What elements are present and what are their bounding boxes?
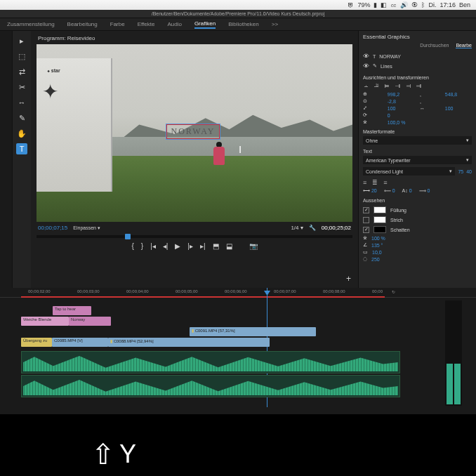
- go-to-in-icon[interactable]: |◂: [150, 242, 156, 250]
- audio-track-1[interactable]: [21, 351, 400, 373]
- shadow-checkbox[interactable]: [363, 227, 369, 233]
- essential-graphics-panel: Essential Graphics Durchsuchen Bearbe 👁 …: [358, 31, 476, 288]
- text-layer-icon: T: [373, 54, 376, 59]
- add-button-icon[interactable]: +: [346, 274, 351, 284]
- star-icon: ✦: [42, 80, 58, 103]
- leading-input[interactable]: 0: [392, 188, 395, 193]
- type-tool-icon[interactable]: T: [16, 143, 27, 154]
- clip-c0085[interactable]: C0085.MP4 [V]: [52, 338, 108, 347]
- shadow-color-swatch[interactable]: [373, 226, 386, 233]
- stroke-color-swatch[interactable]: [373, 216, 386, 223]
- current-timecode[interactable]: 00;00;07;15: [38, 225, 67, 231]
- tab-effekte[interactable]: Effekte: [138, 21, 155, 27]
- align-bottom-icon[interactable]: ⫥: [416, 82, 422, 89]
- fill-checkbox[interactable]: [363, 207, 369, 213]
- clip-weiche-blende[interactable]: Weiche Blende: [21, 317, 69, 326]
- opacity-value[interactable]: 100,0 %: [388, 120, 472, 125]
- scale-value[interactable]: 100: [388, 106, 414, 111]
- clip-norway[interactable]: Norway: [69, 317, 111, 326]
- anchor-x[interactable]: -2,8: [388, 99, 414, 104]
- shadow-distance[interactable]: 10,0: [372, 250, 382, 255]
- monitor-scrubber[interactable]: [37, 235, 352, 238]
- razor-tool-icon[interactable]: ✂: [16, 81, 27, 93]
- ruler-tick: 00;00;04;00: [126, 289, 149, 293]
- shadow-blur[interactable]: 250: [371, 257, 380, 262]
- opacity-icon: ※: [363, 119, 382, 125]
- tab-zusammenstellung[interactable]: Zusammenstellung: [7, 21, 55, 27]
- clip-tap-to-hear[interactable]: Tap to hear: [53, 306, 91, 315]
- align-transform-header: Ausrichten und transformieren: [363, 75, 472, 80]
- extract-icon[interactable]: ⬓: [226, 242, 232, 250]
- distance-icon: ▭: [363, 249, 368, 255]
- tracking-value[interactable]: 40: [466, 169, 472, 174]
- export-frame-icon[interactable]: 📷: [249, 242, 258, 250]
- title-text-overlay[interactable]: NORWAY: [166, 124, 220, 139]
- tab-audio[interactable]: Audio: [167, 21, 181, 27]
- transport-controls: { } |◂ ◂| ▶ |▸ ▸| ⬒ ⬓ 📷: [37, 239, 352, 253]
- wrench-icon[interactable]: 🔧: [309, 225, 316, 231]
- selection-tool-icon[interactable]: ▸: [16, 35, 27, 46]
- scene-van: ⬥ star ✦: [37, 58, 112, 192]
- align-text-center-icon[interactable]: ≣: [372, 179, 378, 186]
- tab-edit[interactable]: Bearbe: [456, 43, 472, 48]
- go-to-out-icon[interactable]: ▸|: [200, 242, 206, 250]
- anchor-icon: ⊙: [363, 98, 382, 104]
- align-text-left-icon[interactable]: ≡: [363, 179, 366, 186]
- align-right-icon[interactable]: ⫢: [384, 82, 390, 89]
- mark-out-icon[interactable]: }: [141, 242, 143, 250]
- rotation-icon: ⟳: [363, 112, 382, 118]
- tab-grafiken[interactable]: Grafiken: [194, 20, 216, 29]
- sequence-duration: 00;00;25;02: [322, 225, 351, 231]
- step-back-icon[interactable]: ◂|: [163, 242, 168, 250]
- scrubber-playhead[interactable]: [125, 234, 131, 239]
- loop-icon[interactable]: ↻: [392, 289, 395, 294]
- clip-c0088[interactable]: ▮ C0088.MP4 [52,94%]: [108, 338, 270, 347]
- tab-bearbeitung[interactable]: Bearbeitung: [67, 21, 98, 27]
- layer-row-lines[interactable]: 👁 ✎ Lines: [363, 61, 472, 71]
- resolution-dropdown[interactable]: 1/4 ▾: [291, 225, 303, 231]
- align-top-icon[interactable]: ⫣: [395, 82, 401, 89]
- shadow-angle[interactable]: 135 °: [371, 243, 383, 248]
- tab-overflow[interactable]: >>: [272, 21, 278, 27]
- baseline-input[interactable]: 0: [409, 188, 412, 193]
- timeline-panel: 00;00;02;00 00;00;03;00 00;00;04;00 00;0…: [0, 288, 476, 414]
- rotation-value[interactable]: 0: [388, 113, 414, 118]
- mark-in-icon[interactable]: {: [131, 242, 133, 250]
- step-forward-icon[interactable]: |▸: [187, 242, 193, 250]
- zoom-fit-dropdown[interactable]: Einpassen ▾: [73, 225, 100, 231]
- align-text-right-icon[interactable]: ≡: [383, 179, 387, 186]
- user-name: Ben: [459, 1, 470, 8]
- pen-tool-icon[interactable]: ✎: [16, 112, 27, 124]
- hand-tool-icon[interactable]: ✋: [16, 128, 27, 139]
- visibility-icon[interactable]: 👁: [363, 53, 369, 60]
- ripple-tool-icon[interactable]: ⇄: [16, 66, 27, 77]
- tab-bibliotheken[interactable]: Bibliotheken: [228, 21, 259, 27]
- align-center-h-icon[interactable]: ⫡: [373, 82, 380, 89]
- position-y[interactable]: 548,8: [445, 92, 472, 97]
- program-monitor[interactable]: ⬥ star ✦ NORWAY Ⅰ: [37, 44, 352, 222]
- play-icon[interactable]: ▶: [175, 242, 180, 250]
- tab-farbe[interactable]: Farbe: [110, 21, 125, 27]
- slip-tool-icon[interactable]: ↔: [16, 97, 27, 108]
- scale-h-value[interactable]: 100: [445, 106, 472, 111]
- audio-track-2[interactable]: [21, 375, 400, 397]
- layer-row-norway[interactable]: 👁 T NORWAY: [363, 51, 472, 61]
- shadow-opacity[interactable]: 100 %: [371, 236, 385, 241]
- track-select-tool-icon[interactable]: ⬚: [16, 51, 27, 62]
- position-x[interactable]: 998,2: [388, 92, 414, 97]
- font-size[interactable]: 75: [458, 169, 463, 174]
- ruler-tick: 00;00;08;00: [323, 289, 345, 293]
- stroke-checkbox[interactable]: [363, 217, 369, 223]
- fill-color-swatch[interactable]: [373, 206, 386, 213]
- font-weight-select[interactable]: Condensed Light▾: [363, 167, 455, 176]
- master-style-select[interactable]: Ohne▾: [363, 136, 472, 145]
- visibility-icon[interactable]: 👁: [363, 62, 369, 70]
- align-left-icon[interactable]: ⫠: [363, 82, 369, 89]
- align-center-v-icon[interactable]: ⫤: [405, 82, 411, 89]
- font-family-select[interactable]: American Typewriter▾: [363, 156, 472, 164]
- clip-c0091[interactable]: ▮ C0091.MP4 [57,31%]: [190, 327, 316, 336]
- clip-ubergang[interactable]: Übergang zu: [21, 338, 52, 347]
- kerning-input[interactable]: 20: [371, 188, 377, 193]
- lift-icon[interactable]: ⬒: [213, 242, 219, 250]
- tab-browse[interactable]: Durchsuchen: [420, 43, 449, 48]
